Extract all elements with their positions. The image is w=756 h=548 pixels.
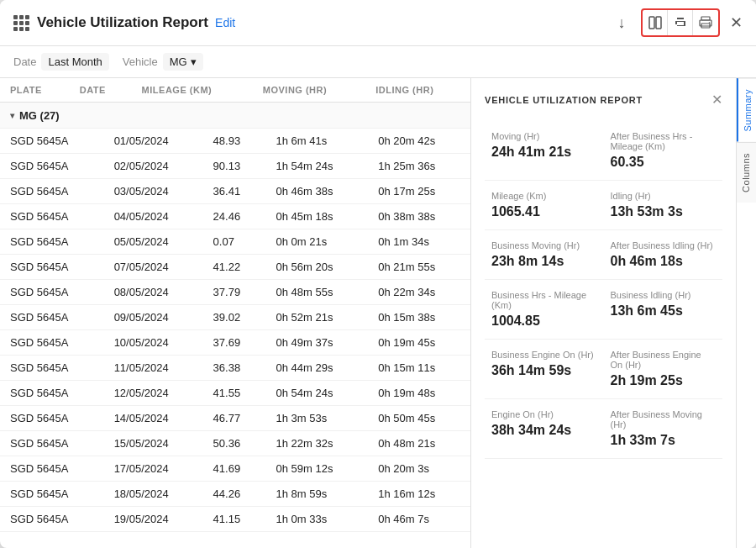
cell-moving: 0h 48m 55s <box>265 280 368 305</box>
stat-value: 38h 34m 24s <box>491 423 597 438</box>
vehicle-select[interactable]: MG ▾ <box>163 53 203 71</box>
tab-summary[interactable]: Summary <box>737 78 756 142</box>
cell-idling: 0h 17m 25s <box>368 179 470 204</box>
cell-plate: SGD 5645A <box>0 305 104 330</box>
cell-plate: SGD 5645A <box>0 431 104 456</box>
side-panel-header: VEHICLE UTILIZATION REPORT ✕ <box>485 92 722 108</box>
stat-value: 1004.85 <box>491 314 597 329</box>
col-idling: IDLING (HR) <box>365 78 470 103</box>
stat-label: After Business Moving (Hr) <box>611 409 717 429</box>
cell-date: 05/05/2024 <box>104 229 203 255</box>
vehicle-select-value: MG <box>170 55 187 68</box>
tab-columns[interactable]: Columns <box>737 142 756 203</box>
cell-date: 11/05/2024 <box>104 356 203 381</box>
cell-date: 18/05/2024 <box>104 482 203 507</box>
print-button-2[interactable] <box>693 10 718 35</box>
cell-mileage: 41.22 <box>203 255 266 280</box>
cell-mileage: 39.02 <box>203 305 266 330</box>
title-bar: Vehicle Utilization Report Edit ↓ <box>0 0 756 46</box>
group-toggle[interactable]: ▾ MG (27) <box>10 109 60 122</box>
table-row: SGD 5645A 02/05/2024 90.13 1h 54m 24s 1h… <box>0 154 470 179</box>
vehicle-label: Vehicle <box>123 55 158 68</box>
table-row: SGD 5645A 17/05/2024 41.69 0h 59m 12s 0h… <box>0 456 470 482</box>
cell-date: 03/05/2024 <box>104 179 203 204</box>
svg-rect-0 <box>649 17 654 29</box>
stat-item: Moving (Hr) 24h 41m 21s <box>485 121 604 181</box>
cell-mileage: 36.38 <box>203 356 266 381</box>
cell-moving: 1h 54m 24s <box>265 154 368 179</box>
cell-idling: 0h 19m 48s <box>368 381 470 406</box>
cell-moving: 0h 44m 29s <box>265 356 368 381</box>
table-header-row: PLATE DATE MILEAGE (KM) MOVING (HR) IDLI… <box>0 78 470 103</box>
cell-mileage: 37.69 <box>203 330 266 356</box>
side-panel-close-button[interactable]: ✕ <box>711 92 722 108</box>
cell-moving: 1h 6m 41s <box>265 129 368 154</box>
cell-idling: 0h 22m 34s <box>368 280 470 305</box>
stat-item: After Business Idling (Hr) 0h 46m 18s <box>604 230 723 280</box>
data-table: PLATE DATE MILEAGE (KM) MOVING (HR) IDLI… <box>0 78 470 129</box>
table-row: SGD 5645A 15/05/2024 50.36 1h 22m 32s 0h… <box>0 431 470 456</box>
print-button-1[interactable] <box>668 10 693 35</box>
date-label: Date <box>13 55 36 68</box>
cell-plate: SGD 5645A <box>0 255 104 280</box>
stat-label: Business Idling (Hr) <box>611 290 717 300</box>
stat-label: After Business Hrs - Mileage (Km) <box>611 131 717 151</box>
cell-idling: 0h 46m 7s <box>368 507 470 532</box>
cell-moving: 1h 0m 33s <box>265 507 368 532</box>
table-row: SGD 5645A 08/05/2024 37.79 0h 48m 55s 0h… <box>0 280 470 305</box>
table-row: SGD 5645A 01/05/2024 48.93 1h 6m 41s 0h … <box>0 129 470 154</box>
cell-moving: 0h 46m 38s <box>265 179 368 204</box>
group-label: MG (27) <box>19 109 60 122</box>
side-panel: VEHICLE UTILIZATION REPORT ✕ Moving (Hr)… <box>470 78 756 548</box>
edit-link[interactable]: Edit <box>215 16 235 29</box>
svg-rect-2 <box>701 17 710 20</box>
stat-label: After Business Idling (Hr) <box>611 240 717 250</box>
side-panel-title: VEHICLE UTILIZATION REPORT <box>485 95 643 105</box>
data-rows-table: SGD 5645A 01/05/2024 48.93 1h 6m 41s 0h … <box>0 129 470 532</box>
cell-date: 14/05/2024 <box>104 406 203 431</box>
cell-plate: SGD 5645A <box>0 154 104 179</box>
cell-mileage: 41.69 <box>203 456 266 482</box>
cell-moving: 0h 59m 12s <box>265 456 368 482</box>
main-window: Vehicle Utilization Report Edit ↓ <box>0 0 756 548</box>
download-button[interactable]: ↓ <box>609 10 634 35</box>
stat-label: Moving (Hr) <box>491 131 597 141</box>
side-panel-content: VEHICLE UTILIZATION REPORT ✕ Moving (Hr)… <box>471 78 736 548</box>
table-row: SGD 5645A 18/05/2024 44.26 1h 8m 59s 1h … <box>0 482 470 507</box>
panel-view-button[interactable] <box>643 10 668 35</box>
print-icon-group <box>641 8 720 37</box>
close-button[interactable]: ✕ <box>730 13 743 32</box>
cell-mileage: 48.93 <box>203 129 266 154</box>
cell-plate: SGD 5645A <box>0 507 104 532</box>
stat-value: 2h 19m 25s <box>611 373 717 388</box>
table-area[interactable]: PLATE DATE MILEAGE (KM) MOVING (HR) IDLI… <box>0 78 470 548</box>
cell-mileage: 36.41 <box>203 179 266 204</box>
svg-rect-1 <box>656 17 661 29</box>
main-content: PLATE DATE MILEAGE (KM) MOVING (HR) IDLI… <box>0 78 756 548</box>
stat-value: 60.35 <box>611 155 717 170</box>
stat-item: Business Idling (Hr) 13h 6m 45s <box>604 280 723 340</box>
table-row: SGD 5645A 12/05/2024 41.55 0h 54m 24s 0h… <box>0 381 470 406</box>
cell-moving: 1h 22m 32s <box>265 431 368 456</box>
col-date: DATE <box>70 78 132 103</box>
cell-date: 01/05/2024 <box>104 129 203 154</box>
cell-date: 09/05/2024 <box>104 305 203 330</box>
stat-value: 13h 53m 3s <box>611 204 717 219</box>
cell-plate: SGD 5645A <box>0 229 104 255</box>
table-row: SGD 5645A 14/05/2024 46.77 1h 3m 53s 0h … <box>0 406 470 431</box>
stat-value: 24h 41m 21s <box>491 145 597 160</box>
cell-moving: 0h 54m 24s <box>265 381 368 406</box>
table-row: SGD 5645A 11/05/2024 36.38 0h 44m 29s 0h… <box>0 356 470 381</box>
table-row: SGD 5645A 05/05/2024 0.07 0h 0m 21s 0h 1… <box>0 229 470 255</box>
cell-idling: 0h 1m 34s <box>368 229 470 255</box>
date-value[interactable]: Last Month <box>41 53 108 71</box>
cell-idling: 0h 20m 3s <box>368 456 470 482</box>
cell-moving: 0h 49m 37s <box>265 330 368 356</box>
stat-item: After Business Engine On (Hr) 2h 19m 25s <box>604 340 723 399</box>
cell-mileage: 37.79 <box>203 280 266 305</box>
table-row: SGD 5645A 10/05/2024 37.69 0h 49m 37s 0h… <box>0 330 470 356</box>
stat-label: Business Hrs - Mileage (Km) <box>491 290 597 310</box>
vehicle-chevron-icon: ▾ <box>191 55 197 68</box>
stat-value: 1065.41 <box>491 204 597 219</box>
col-mileage: MILEAGE (KM) <box>132 78 253 103</box>
